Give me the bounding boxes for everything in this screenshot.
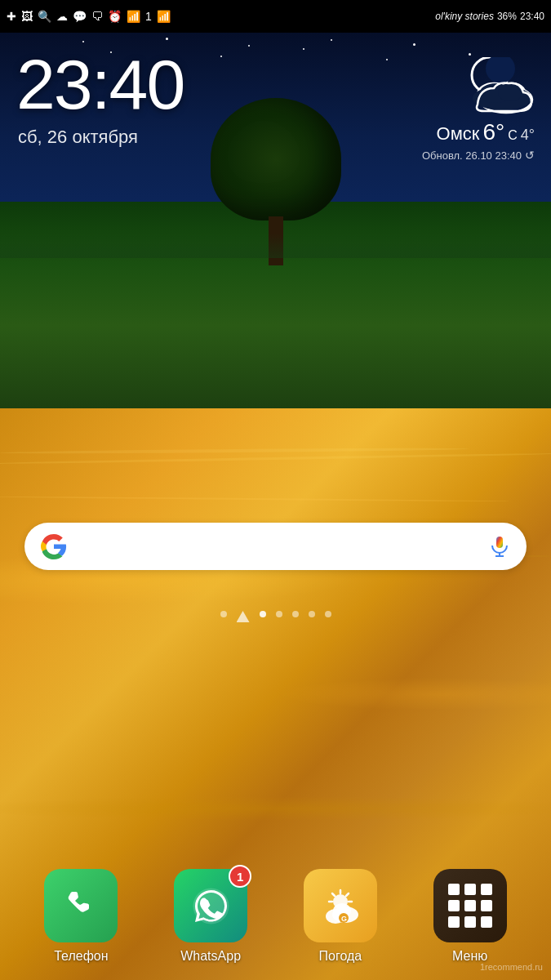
city-temp-row: Омск 6° C 4°: [422, 119, 535, 145]
weather-info: Омск 6° C 4° Обновл. 26.10 23:40 ↺: [422, 57, 535, 162]
whatsapp-badge: 1: [229, 865, 251, 888]
mic-icon[interactable]: [487, 534, 512, 559]
home-screen: Телефон 1 WhatsApp: [0, 408, 551, 980]
wifi-icon: 📶: [127, 10, 140, 23]
status-right: ol'kiny stories 36% 23:40: [435, 11, 544, 22]
message-icon: 💬: [73, 10, 87, 23]
star: [469, 53, 471, 56]
add-icon: ✚: [7, 10, 16, 23]
status-left-icons: ✚ 🖼 🔍 ☁ 💬 🗨 ⏰ 📶 1 📶: [7, 10, 171, 23]
app-phone[interactable]: Телефон: [28, 869, 134, 964]
app-weather[interactable]: G Погода: [287, 869, 393, 964]
svg-line-14: [346, 893, 349, 896]
page-dot-0[interactable]: [220, 611, 227, 617]
weather-label: Погода: [319, 949, 362, 964]
svg-rect-8: [496, 537, 503, 548]
page-dot-3[interactable]: [276, 611, 282, 617]
grid-dot: [464, 916, 476, 928]
menu-icon[interactable]: [433, 869, 507, 942]
page-dot-active[interactable]: [260, 611, 266, 617]
grid-dot: [448, 916, 460, 928]
brand-label: ol'kiny stories: [435, 11, 494, 22]
grid-dot: [448, 884, 460, 895]
grid-dots: [438, 874, 502, 938]
status-bar: ✚ 🖼 🔍 ☁ 💬 🗨 ⏰ 📶 1 📶 ol'kiny stories 36% …: [0, 0, 551, 33]
app-whatsapp[interactable]: 1 WhatsApp: [158, 869, 264, 964]
star: [82, 41, 84, 42]
app-menu[interactable]: Меню: [417, 869, 523, 964]
page-indicators: [0, 611, 551, 622]
weather-widget: 23:40 сб, 26 октября Ом: [0, 33, 551, 408]
sim-icon: 1: [145, 10, 152, 23]
cloud-icon: ☁: [56, 10, 68, 23]
temp-unit: C: [508, 128, 518, 143]
update-text: Обновл. 26.10 23:40: [422, 149, 522, 162]
google-logo: [39, 532, 69, 561]
phone-label: Телефон: [54, 949, 108, 964]
time-display: 23:40: [16, 49, 184, 119]
phone-svg: [60, 885, 101, 926]
grid-dot: [448, 900, 460, 911]
weather-app-svg: G: [318, 884, 362, 929]
svg-line-16: [332, 893, 335, 896]
search-icon: 🔍: [38, 10, 51, 23]
chat-icon: 🗨: [91, 10, 103, 23]
star: [166, 38, 168, 40]
page-dot-home[interactable]: [237, 611, 250, 622]
whatsapp-svg: [189, 884, 233, 929]
weather-app-icon[interactable]: G: [304, 869, 377, 942]
watermark: 1recommend.ru: [480, 962, 543, 972]
whatsapp-label: WhatsApp: [180, 949, 241, 964]
refresh-icon: ↺: [525, 149, 535, 162]
svg-point-1: [486, 57, 515, 83]
grid-dot: [481, 884, 492, 895]
date-display: сб, 26 октября: [18, 127, 138, 148]
star: [331, 39, 332, 41]
time-label: 23:40: [520, 11, 544, 22]
clock-icon: ⏰: [108, 10, 122, 23]
star: [413, 43, 415, 46]
horizon: [0, 234, 551, 258]
star: [220, 56, 222, 57]
grid-dot: [464, 884, 476, 895]
weather-icon-container: [422, 57, 535, 114]
whatsapp-icon[interactable]: 1: [174, 869, 247, 942]
page-dot-6[interactable]: [325, 611, 331, 617]
city-label: Омск: [437, 123, 480, 145]
moon-cloud-icon: [453, 57, 535, 114]
weather-update: Обновл. 26.10 23:40 ↺: [422, 149, 535, 162]
image-icon: 🖼: [21, 10, 33, 23]
star: [303, 48, 304, 50]
page-dot-4[interactable]: [292, 611, 299, 617]
temp-main: 6°: [482, 119, 504, 145]
star: [386, 59, 388, 60]
svg-text:G: G: [341, 915, 347, 923]
grid-dot: [481, 900, 492, 911]
search-bar[interactable]: [24, 523, 527, 570]
tree-canopy: [211, 98, 341, 220]
grid-dot: [481, 916, 492, 928]
temp-secondary: 4°: [521, 127, 535, 144]
star: [248, 45, 250, 47]
phone-icon[interactable]: [44, 869, 118, 942]
signal-icon: 📶: [157, 10, 171, 23]
page-dot-5[interactable]: [309, 611, 315, 617]
dock: Телефон 1 WhatsApp: [0, 869, 551, 964]
grid-dot: [464, 900, 476, 911]
battery-label: 36%: [497, 11, 517, 22]
